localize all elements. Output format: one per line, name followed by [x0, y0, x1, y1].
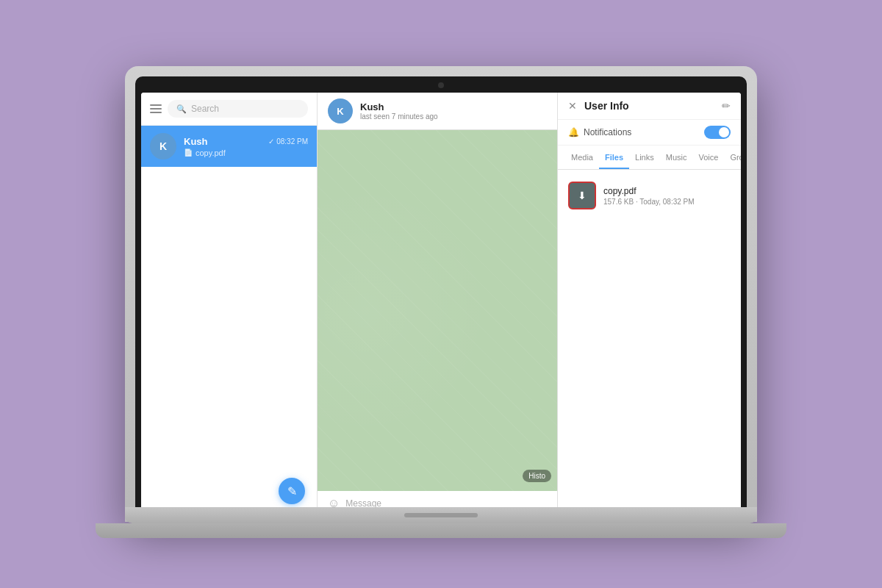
tab-links[interactable]: Links — [629, 146, 660, 169]
files-list: ⬇ copy.pdf 157.6 KB · Today, 08:32 PM — [558, 170, 741, 516]
file-item[interactable]: ⬇ copy.pdf 157.6 KB · Today, 08:32 PM — [565, 177, 734, 214]
tab-music[interactable]: Music — [660, 146, 693, 169]
chat-area: K Kush last seen 7 minutes ago Histo ☺ M… — [318, 93, 557, 516]
media-tabs: Media Files Links Music Voice — [558, 146, 741, 170]
file-details: copy.pdf 157.6 KB · Today, 08:32 PM — [603, 186, 695, 206]
bell-icon: 🔔 — [568, 127, 579, 137]
laptop-base — [125, 507, 757, 523]
user-info-panel: ✕ User Info ✏ 🔔 Notifications — [557, 93, 741, 516]
chat-info: Kush ✓ 08:32 PM 📄 copy.pdf — [184, 136, 308, 157]
sidebar: 🔍 Search K Kush ✓ 08:32 PM — [141, 93, 318, 516]
file-name: copy.pdf — [603, 186, 695, 196]
panel-header-left: ✕ User Info — [568, 100, 629, 112]
notifications-label: 🔔 Notifications — [568, 127, 631, 137]
panel-title: User Info — [584, 100, 629, 112]
laptop-bottom — [96, 523, 786, 538]
chat-header-info: Kush last seen 7 minutes ago — [360, 101, 438, 121]
tab-files[interactable]: Files — [599, 146, 629, 169]
chat-time: ✓ 08:32 PM — [268, 137, 308, 146]
chat-header-avatar: K — [328, 98, 353, 123]
contact-name: Kush — [360, 101, 438, 112]
contact-status: last seen 7 minutes ago — [360, 112, 438, 121]
chat-avatar: K — [150, 133, 176, 159]
laptop-shell: 🔍 Search K Kush ✓ 08:32 PM — [125, 66, 757, 522]
notifications-row: 🔔 Notifications — [558, 120, 741, 146]
app-screen: 🔍 Search K Kush ✓ 08:32 PM — [141, 93, 741, 516]
file-icon: 📄 — [184, 148, 193, 157]
camera-dot — [438, 82, 444, 88]
chat-preview: 📄 copy.pdf — [184, 148, 308, 157]
compose-icon: ✎ — [287, 484, 297, 498]
tab-media[interactable]: Media — [565, 146, 599, 169]
trackpad-hint — [404, 513, 478, 517]
search-icon: 🔍 — [176, 104, 187, 114]
search-box[interactable]: 🔍 Search — [168, 100, 308, 118]
check-mark: ✓ — [268, 137, 274, 146]
chat-list-item[interactable]: K Kush ✓ 08:32 PM 📄 cop — [141, 126, 317, 167]
app-container: 🔍 Search K Kush ✓ 08:32 PM — [141, 93, 741, 516]
compose-button[interactable]: ✎ — [279, 478, 305, 504]
screen-bezel: 🔍 Search K Kush ✓ 08:32 PM — [135, 76, 747, 522]
chat-header: K Kush last seen 7 minutes ago — [318, 93, 557, 130]
search-placeholder: Search — [191, 104, 219, 114]
notifications-toggle[interactable] — [704, 126, 731, 139]
edit-button[interactable]: ✏ — [722, 100, 731, 112]
menu-icon[interactable] — [150, 104, 162, 113]
close-button[interactable]: ✕ — [568, 100, 577, 112]
chat-name-row: Kush ✓ 08:32 PM — [184, 136, 308, 147]
download-icon: ⬇ — [578, 190, 587, 201]
file-meta: 157.6 KB · Today, 08:32 PM — [603, 198, 695, 206]
tab-voice[interactable]: Voice — [692, 146, 724, 169]
chat-name: Kush — [184, 136, 208, 147]
chat-bg-pattern — [318, 130, 557, 491]
file-thumbnail: ⬇ — [568, 182, 596, 209]
tab-groups[interactable]: Groups — [724, 146, 741, 169]
sidebar-header: 🔍 Search — [141, 93, 317, 126]
history-badge: Histo — [523, 470, 551, 482]
chat-background: Histo — [318, 130, 557, 491]
panel-header: ✕ User Info ✏ — [558, 93, 741, 120]
